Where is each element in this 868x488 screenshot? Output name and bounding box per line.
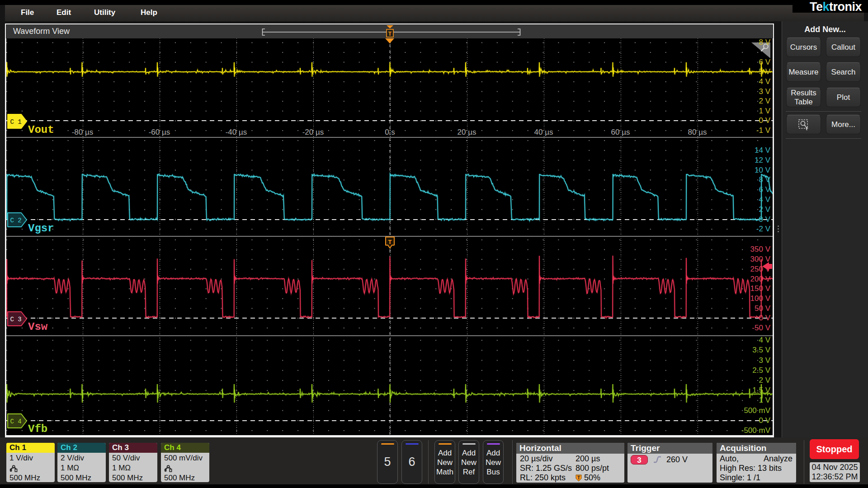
svg-text:T: T: [388, 31, 392, 37]
svg-text:T: T: [388, 239, 392, 245]
svg-text:T: T: [577, 475, 580, 480]
